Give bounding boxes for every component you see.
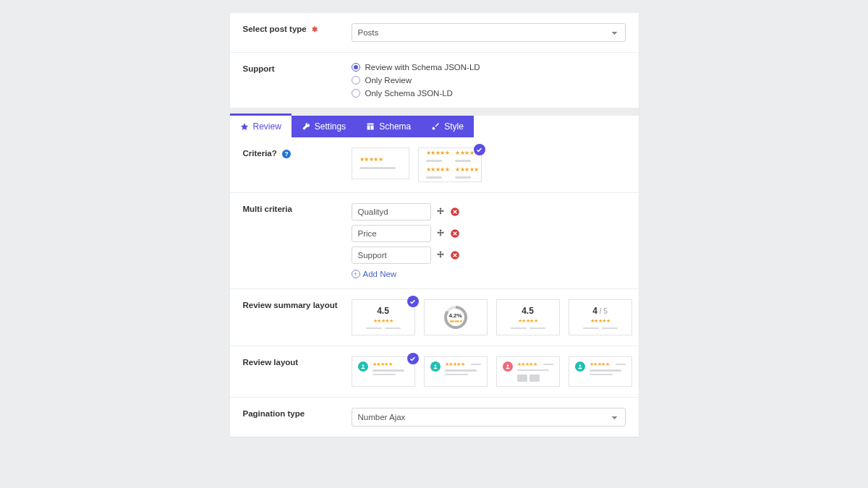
field-support: Review with Schema JSON-LD Only Review O…: [352, 63, 626, 98]
stars-icon: ★★★★★: [359, 156, 401, 163]
review-layout-option-1[interactable]: ★★★★★: [352, 356, 415, 387]
stars-icon: ★★★★★: [518, 318, 538, 324]
help-icon[interactable]: ?: [282, 150, 291, 158]
stars-icon: ★★★★★: [373, 361, 409, 367]
stars-icon: ★★★★★: [426, 150, 450, 156]
radio-icon: [352, 76, 360, 85]
summary-value: 4.5: [522, 306, 534, 316]
tab-label: Review: [253, 121, 281, 132]
move-icon[interactable]: [435, 228, 446, 239]
tabs: Review Settings Schema Style: [230, 116, 639, 137]
pagination-select[interactable]: Number Ajax: [352, 408, 626, 427]
radio-icon: [352, 63, 360, 72]
svg-point-3: [362, 364, 364, 367]
label-multi-criteria: Multi criteria: [243, 203, 352, 278]
criteria-item: [352, 225, 626, 242]
review-layout-option-2[interactable]: ★★★★★: [424, 356, 488, 387]
check-icon: [407, 296, 419, 307]
row-support: Support Review with Schema JSON-LD Only …: [230, 53, 639, 108]
label-review-layout: Review layout: [243, 356, 352, 387]
stars-icon: ★★★★★: [449, 319, 462, 323]
stars-icon: ★★★★★: [445, 361, 465, 367]
field-multi-criteria: + Add New: [352, 203, 626, 278]
field-criteria: ★★★★★ ★★★★★ ★★★★★: [352, 147, 626, 182]
stars-icon: ★★★★★: [455, 166, 479, 173]
placeholder-line: [426, 160, 442, 162]
add-new-label: Add New: [363, 270, 397, 278]
criteria-input[interactable]: [352, 225, 431, 242]
row-pagination: Pagination type Number Ajax: [230, 398, 639, 437]
summary-option-4[interactable]: 4 / 5 ★★★★★: [569, 299, 632, 335]
brush-icon: [431, 122, 440, 131]
avatar-icon: [575, 361, 585, 372]
summary-option-2[interactable]: 4.2% ★★★★★: [424, 299, 488, 335]
grid-icon: [366, 122, 375, 131]
row-multi-criteria: Multi criteria: [230, 193, 639, 289]
summary-value: 4.5: [377, 306, 389, 316]
stars-icon: ★★★★★: [590, 361, 610, 367]
check-icon: [407, 353, 419, 364]
move-icon[interactable]: [435, 250, 446, 260]
avatar-icon: [503, 361, 513, 372]
delete-icon[interactable]: [450, 207, 460, 217]
star-icon: [240, 122, 249, 131]
avatar-icon: [430, 361, 441, 372]
label-text: Criteria?: [243, 149, 277, 158]
row-review-layout: Review layout ★★★★★: [230, 346, 639, 398]
tab-settings[interactable]: Settings: [292, 116, 356, 137]
stars-icon: ★★★★★: [590, 318, 610, 324]
placeholder-line: [455, 160, 471, 162]
delete-icon[interactable]: [450, 250, 460, 260]
label-criteria: Criteria? ?: [243, 147, 352, 182]
tab-label: Schema: [379, 121, 411, 132]
radio-review-schema[interactable]: Review with Schema JSON-LD: [352, 63, 626, 72]
required-asterisk: ✱: [312, 25, 318, 33]
field-summary: 4.5 ★★★★★ 4.2% ★★★★★ 4.5 ★★★★★: [352, 299, 632, 335]
label-support: Support: [243, 63, 352, 98]
post-type-select[interactable]: Posts: [352, 23, 626, 42]
radio-only-schema[interactable]: Only Schema JSON-LD: [352, 89, 626, 98]
placeholder-line: [455, 176, 471, 179]
row-criteria: Criteria? ? ★★★★★ ★★★★★: [230, 137, 639, 193]
wrench-icon: [302, 122, 310, 131]
radio-only-review[interactable]: Only Review: [352, 76, 626, 85]
criteria-input[interactable]: [352, 247, 431, 264]
row-summary-layout: Review summary layout 4.5 ★★★★★ 4.2% ★★★…: [230, 289, 639, 346]
tab-style[interactable]: Style: [421, 116, 474, 137]
radio-label: Review with Schema JSON-LD: [365, 63, 480, 72]
tab-label: Settings: [315, 121, 346, 132]
avatar-icon: [358, 361, 368, 372]
svg-point-6: [579, 364, 581, 367]
field-pagination: Number Ajax: [352, 408, 626, 427]
add-new-button[interactable]: + Add New: [352, 270, 397, 278]
label-post-type: Select post type ✱: [243, 23, 352, 42]
criteria-option-multi[interactable]: ★★★★★ ★★★★★ ★★★★★: [418, 147, 482, 182]
review-layout-option-3[interactable]: ★★★★★: [496, 356, 560, 387]
label-text: Select post type: [243, 25, 307, 33]
radio-icon: [352, 89, 360, 98]
row-post-type: Select post type ✱ Posts: [230, 13, 639, 53]
radio-label: Only Schema JSON-LD: [365, 89, 453, 98]
criteria-item: [352, 247, 626, 264]
review-layout-option-4[interactable]: ★★★★★: [569, 356, 632, 387]
tab-label: Style: [444, 121, 464, 132]
label-pagination: Pagination type: [243, 408, 352, 427]
delete-icon[interactable]: [450, 228, 460, 239]
criteria-option-single[interactable]: ★★★★★: [352, 147, 409, 179]
progress-ring: 4.2% ★★★★★: [444, 306, 467, 329]
settings-panel: Select post type ✱ Posts Support Review …: [230, 13, 639, 437]
tab-review[interactable]: Review: [230, 114, 292, 137]
stars-icon: ★★★★★: [517, 361, 537, 367]
plus-icon: +: [352, 270, 360, 278]
summary-option-1[interactable]: 4.5 ★★★★★: [352, 299, 415, 335]
placeholder-line: [426, 176, 442, 179]
stars-icon: ★★★★★: [426, 166, 450, 173]
summary-option-3[interactable]: 4.5 ★★★★★: [496, 299, 560, 335]
label-summary: Review summary layout: [243, 299, 352, 335]
criteria-input[interactable]: [352, 203, 431, 221]
move-icon[interactable]: [435, 207, 446, 217]
stars-icon: ★★★★★: [373, 318, 393, 324]
svg-point-5: [506, 364, 509, 367]
field-review-layout: ★★★★★ ★★★★★: [352, 356, 632, 387]
tab-schema[interactable]: Schema: [356, 116, 421, 137]
